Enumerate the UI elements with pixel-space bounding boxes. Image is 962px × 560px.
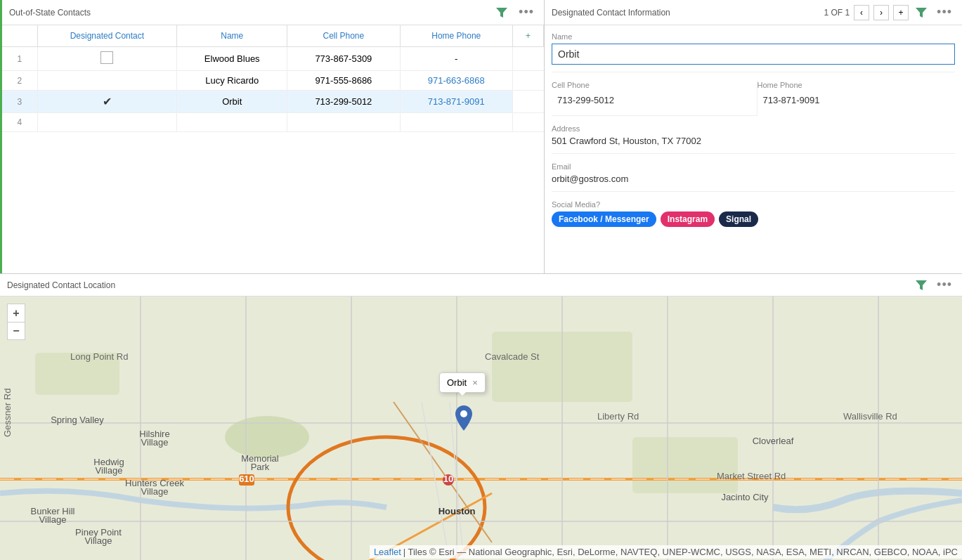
svg-text:Village: Village: [141, 437, 169, 448]
prev-button[interactable]: ‹: [854, 5, 869, 20]
svg-text:Liberty Rd: Liberty Rd: [597, 411, 639, 422]
right-panel-title: Designated Contact Information: [552, 8, 670, 18]
svg-text:Village: Village: [39, 514, 67, 525]
address-label: Address: [552, 124, 955, 133]
map-more-button[interactable]: •••: [934, 276, 955, 294]
next-button[interactable]: ›: [873, 5, 889, 20]
location-pin-icon: [455, 405, 472, 431]
name-input[interactable]: [552, 44, 955, 65]
row-name: Lucy Ricardo: [177, 71, 287, 91]
email-label: Email: [552, 162, 955, 171]
filter-icon: [916, 8, 927, 18]
svg-text:Cavalcade St: Cavalcade St: [485, 351, 540, 362]
left-panel-header: Out-of-State Contacts •••: [2, 0, 544, 25]
name-label: Name: [552, 32, 955, 41]
form-content: Name Cell Phone 713-299-5012 Home Phone …: [545, 25, 962, 273]
row-cell: 713-299-5012: [287, 91, 400, 113]
contacts-table-container: Designated Contact Name Cell Phone Home …: [2, 25, 544, 273]
map-actions: •••: [913, 276, 955, 294]
right-panel: Designated Contact Information 1 OF 1 ‹ …: [545, 0, 962, 273]
right-panel-header: Designated Contact Information 1 OF 1 ‹ …: [545, 0, 962, 25]
map-controls: + −: [7, 304, 25, 340]
col-designated: Designated Contact: [37, 25, 177, 47]
col-add[interactable]: +: [512, 25, 543, 47]
popup-close[interactable]: ×: [472, 377, 478, 388]
row-designated[interactable]: ✔: [37, 91, 177, 113]
row-cell: 971-555-8686: [287, 71, 400, 91]
table-row[interactable]: 4: [2, 113, 544, 132]
top-section: Out-of-State Contacts ••• Design: [0, 0, 962, 274]
svg-text:Spring Valley: Spring Valley: [51, 415, 104, 425]
svg-text:Village: Village: [85, 535, 112, 546]
right-more-button[interactable]: •••: [934, 4, 955, 21]
left-filter-button[interactable]: [493, 6, 510, 19]
cell-value: 713-299-5012: [552, 92, 750, 108]
cell-label: Cell Phone: [552, 81, 750, 89]
facebook-badge[interactable]: Facebook / Messenger: [552, 211, 656, 227]
row-home: [400, 113, 512, 132]
row-home: -: [400, 47, 512, 71]
row-name: Elwood Blues: [177, 47, 287, 71]
bottom-section: Designated Contact Location •••: [0, 274, 962, 560]
row-home: 971-663-6868: [400, 71, 512, 91]
social-label: Social Media?: [552, 200, 955, 209]
svg-text:10: 10: [443, 474, 453, 484]
signal-badge[interactable]: Signal: [719, 211, 758, 227]
table-row[interactable]: 2 Lucy Ricardo 971-555-8686 971-663-6868: [2, 71, 544, 91]
table-header-row: Designated Contact Name Cell Phone Home …: [2, 25, 544, 47]
svg-text:Jacinto City: Jacinto City: [721, 492, 769, 502]
map-container[interactable]: 610 59 10 Houston Spring Valley Hilshire…: [0, 297, 962, 560]
svg-text:Village: Village: [96, 465, 123, 476]
filter-icon: [496, 8, 507, 18]
left-panel-title: Out-of-State Contacts: [9, 8, 91, 18]
row-home: 713-871-9091: [400, 91, 512, 113]
contacts-table: Designated Contact Name Cell Phone Home …: [2, 25, 544, 132]
email-field: Email orbit@gostros.com: [552, 162, 955, 192]
social-field: Social Media? Facebook / Messenger Insta…: [552, 200, 955, 234]
zoom-out-button[interactable]: −: [7, 322, 25, 340]
svg-text:Village: Village: [141, 486, 169, 497]
row-designated[interactable]: [37, 71, 177, 91]
checkbox-empty[interactable]: [100, 51, 113, 64]
row-cell: 773-867-5309: [287, 47, 400, 71]
home-value: 713-871-9091: [758, 92, 956, 108]
social-badges: Facebook / Messenger Instagram Signal: [552, 211, 955, 227]
svg-marker-2: [916, 280, 927, 290]
map-filter-button[interactable]: [913, 279, 930, 292]
email-value: orbit@gostros.com: [552, 174, 955, 184]
row-num: 1: [2, 47, 37, 71]
add-record-button[interactable]: +: [893, 5, 909, 20]
main-layout: Out-of-State Contacts ••• Design: [0, 0, 962, 560]
table-row[interactable]: 1 Elwood Blues 773-867-5309 -: [2, 47, 544, 71]
leaflet-link[interactable]: Leaflet: [374, 547, 401, 557]
map-header: Designated Contact Location •••: [0, 274, 962, 297]
svg-marker-1: [916, 8, 927, 18]
svg-text:Market Street Rd: Market Street Rd: [717, 471, 786, 481]
map-marker[interactable]: [455, 405, 472, 436]
svg-text:Long Point Rd: Long Point Rd: [70, 351, 128, 362]
svg-rect-7: [632, 437, 738, 493]
instagram-badge[interactable]: Instagram: [661, 211, 715, 227]
address-field: Address 501 Crawford St, Houston, TX 770…: [552, 124, 955, 154]
svg-point-60: [460, 410, 467, 417]
row-designated: [37, 113, 177, 132]
left-more-button[interactable]: •••: [516, 4, 537, 21]
svg-marker-0: [496, 8, 507, 18]
map-title: Designated Contact Location: [7, 280, 115, 290]
table-row[interactable]: 3 ✔ Orbit 713-299-5012 713-871-9091: [2, 91, 544, 113]
svg-text:610: 610: [239, 474, 254, 484]
zoom-in-button[interactable]: +: [7, 304, 25, 322]
row-designated[interactable]: [37, 47, 177, 71]
row-name: Orbit: [177, 91, 287, 113]
svg-text:Park: Park: [251, 462, 270, 472]
address-value: 501 Crawford St, Houston, TX 77002: [552, 136, 955, 146]
home-label: Home Phone: [758, 81, 956, 89]
svg-text:Wallisville Rd: Wallisville Rd: [843, 411, 897, 422]
row-num: 4: [2, 113, 37, 132]
right-filter-button[interactable]: [913, 6, 930, 19]
svg-text:Gessner Rd: Gessner Rd: [2, 389, 13, 437]
row-name: [177, 113, 287, 132]
attribution-text: | Tiles © Esri — National Geographic, Es…: [403, 547, 958, 557]
col-num: [2, 25, 37, 47]
cell-field: Cell Phone 713-299-5012: [552, 81, 758, 116]
